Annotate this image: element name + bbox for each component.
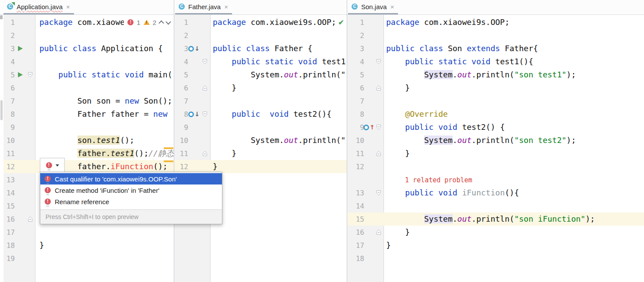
code-line[interactable]: 11 } — [174, 147, 347, 160]
scrollbar-thumb[interactable] — [0, 100, 3, 120]
code-text[interactable]: System.out.println("son test1"); — [384, 68, 576, 81]
code-text[interactable]: } — [210, 81, 236, 94]
code-editor[interactable]: 1package com.xiaowei9s.OOP;23public clas… — [347, 14, 644, 282]
code-text[interactable]: System.out.println("son test2"); — [384, 134, 576, 147]
fold-marker-icon[interactable] — [25, 72, 35, 78]
code-text[interactable]: System.out.println("son iFunction"); — [384, 212, 595, 226]
intention-action-label[interactable]: Rename reference — [55, 198, 109, 205]
code-line[interactable]: 6 — [4, 81, 174, 94]
overridden-marker-icon[interactable]: ↓ — [188, 45, 200, 52]
close-icon[interactable]: × — [66, 3, 70, 10]
inlay-row[interactable]: 1 related problem — [347, 173, 644, 186]
fold-marker-icon[interactable] — [200, 59, 210, 65]
code-line[interactable]: 6 } — [174, 81, 347, 94]
code-text[interactable]: } — [210, 147, 236, 160]
code-text[interactable]: public static void test1(){ — [210, 55, 347, 68]
code-text[interactable]: public void test2() { — [384, 121, 505, 134]
fold-marker-icon[interactable] — [374, 229, 384, 235]
code-line[interactable]: 2 — [347, 29, 644, 42]
code-line[interactable]: 8 Father father = new — [4, 108, 174, 121]
code-line[interactable]: 10 son.test1(); — [4, 134, 174, 147]
intention-action-item[interactable]: ! Cast qualifier to 'com.xiaowei9s.OOP.S… — [40, 173, 222, 185]
code-line[interactable]: 3public class Son extends Father{ — [347, 42, 644, 55]
fold-marker-icon[interactable] — [200, 111, 210, 117]
fold-marker-icon[interactable] — [374, 85, 384, 91]
run-button-icon[interactable] — [15, 72, 25, 77]
code-text[interactable]: public void test2(){ — [210, 108, 331, 121]
code-line[interactable]: 6 } — [347, 81, 644, 94]
intention-action-label[interactable]: Create method 'iFunction' in 'Father' — [55, 187, 159, 194]
code-line[interactable]: 16 } — [347, 226, 644, 239]
code-editor[interactable]: 1package com.xiaowei9s.OOP;23↓public cla… — [174, 14, 347, 282]
code-line[interactable]: 14 — [347, 199, 644, 212]
code-line[interactable]: 4 public static void test1(){ — [347, 55, 644, 68]
code-line[interactable]: 9 — [4, 121, 174, 134]
code-line[interactable]: 7 — [174, 94, 347, 108]
intention-action-item[interactable]: ! Create method 'iFunction' in 'Father' — [40, 185, 222, 196]
fold-marker-icon[interactable] — [374, 150, 384, 157]
prev-problem-chevron-icon[interactable] — [158, 20, 164, 26]
code-line[interactable]: 12} — [174, 160, 347, 173]
code-line[interactable]: 19 — [4, 252, 174, 265]
code-line[interactable]: 17} — [347, 239, 644, 252]
fold-marker-icon[interactable] — [374, 124, 384, 130]
red-bulb-icon[interactable]: ! — [46, 162, 52, 168]
code-text[interactable]: public static void test1(){ — [384, 55, 533, 68]
code-editor[interactable]: 1package com.xiaowei9s.OOP;23public clas… — [0, 14, 174, 282]
code-text[interactable]: public class Application { — [35, 42, 163, 55]
code-line[interactable]: 5 System.out.println(" — [174, 68, 347, 81]
fold-marker-icon[interactable] — [374, 59, 384, 65]
close-icon[interactable]: × — [390, 3, 394, 10]
related-problem-inlay[interactable]: 1 related problem — [384, 173, 472, 187]
code-line[interactable]: 15 System.out.println("son iFunction"); — [347, 212, 644, 226]
code-line[interactable]: 3↓public class Father { — [174, 42, 347, 55]
code-line[interactable]: 13 public void iFunction(){ — [347, 186, 644, 199]
intention-action-item[interactable]: ! Rename reference — [40, 196, 222, 207]
fold-marker-icon[interactable] — [374, 190, 384, 196]
run-button-icon[interactable] — [15, 46, 25, 51]
inspections-widget[interactable]: ! 1 ! 2 — [124, 16, 173, 29]
code-line[interactable]: 7 Son son = new Son(); — [4, 94, 174, 108]
code-line[interactable]: 2 — [4, 29, 174, 42]
code-line[interactable]: 7 — [347, 94, 644, 108]
code-line[interactable]: 9↑ public void test2() { — [347, 121, 644, 134]
code-line[interactable]: 8 @Override — [347, 108, 644, 121]
code-line[interactable]: 1package com.xiaowei9s.OOP; — [347, 16, 644, 29]
intention-bulb-box[interactable]: ! — [40, 158, 65, 173]
code-text[interactable]: son.test1(); — [35, 134, 134, 147]
pane-divider[interactable] — [347, 0, 347, 282]
code-line[interactable]: 4 public static void test1(){ — [174, 55, 347, 68]
inspections-ok-icon[interactable]: ✔ — [337, 16, 345, 29]
tab-label[interactable]: Father.java — [188, 3, 221, 10]
code-text[interactable]: public class Father { — [210, 42, 313, 55]
warning-stripe-mark[interactable] — [164, 160, 173, 162]
code-line[interactable]: 5 System.out.println("son test1"); — [347, 68, 644, 81]
tab-label[interactable]: Son.java — [361, 3, 387, 10]
code-text[interactable]: @Override — [384, 108, 448, 121]
code-line[interactable]: 12 — [347, 160, 644, 173]
code-line[interactable]: 18} — [4, 239, 174, 252]
overridden-marker-icon[interactable]: ↓ — [188, 111, 200, 117]
pane-divider[interactable] — [174, 0, 174, 282]
fold-marker-icon[interactable] — [200, 85, 210, 91]
code-line[interactable]: 10 System.out.println("son test2"); — [347, 134, 644, 147]
chevron-down-icon[interactable] — [56, 164, 59, 167]
fold-marker-icon[interactable] — [25, 216, 35, 222]
code-text[interactable]: package com.xiaowei9s.OOP; — [210, 16, 336, 29]
tab-label[interactable]: Application.java — [17, 3, 63, 10]
next-problem-chevron-icon[interactable] — [165, 19, 171, 24]
code-text[interactable]: Father father = new — [35, 108, 172, 121]
code-text[interactable]: } — [384, 226, 410, 239]
code-line[interactable]: 4 — [4, 55, 174, 68]
code-text[interactable]: } — [384, 239, 391, 252]
code-line[interactable]: 10 System.out.println(" — [174, 134, 347, 147]
code-line[interactable]: 17 — [4, 226, 174, 239]
overriding-marker-icon[interactable]: ↑ — [364, 124, 374, 130]
code-line[interactable]: 11 } — [347, 147, 644, 160]
code-line[interactable]: 8↓ public void test2(){ — [174, 108, 347, 121]
related-problem-inlay-text[interactable]: 1 related problem — [386, 176, 472, 184]
code-text[interactable]: } — [210, 160, 218, 173]
tab-son-java[interactable]: C Son.java × — [348, 0, 398, 14]
tab-application-java[interactable]: C Application.java × — [4, 0, 74, 14]
code-text[interactable]: public class Son extends Father{ — [384, 42, 538, 55]
